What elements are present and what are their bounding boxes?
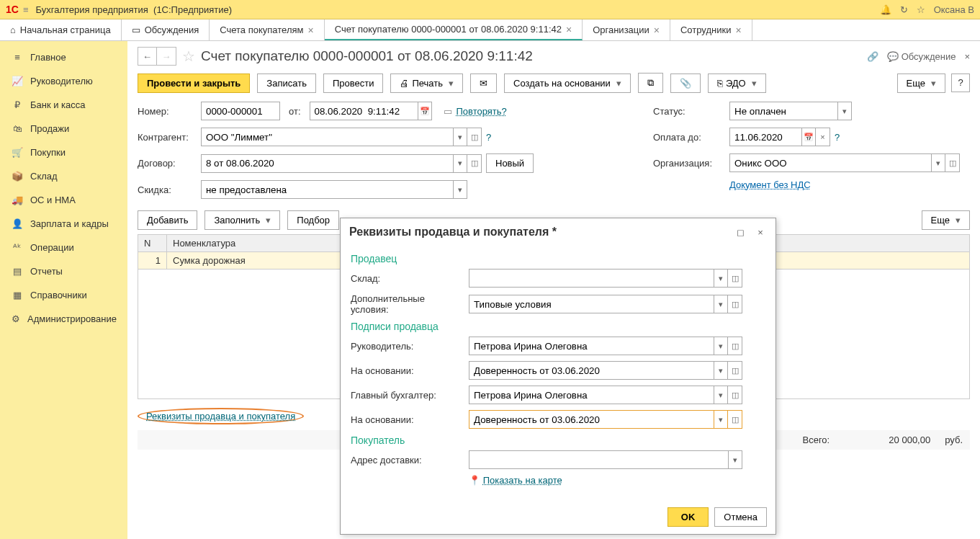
tab-invoices[interactable]: Счета покупателям×	[210, 19, 324, 40]
nav-forward-button[interactable]: →	[157, 48, 176, 65]
sidebar-item-manager[interactable]: 📈Руководителю	[0, 69, 127, 93]
tab-employees[interactable]: Сотрудники×	[670, 19, 752, 40]
requisites-link[interactable]: Реквизиты продавца и покупателя	[146, 411, 295, 422]
tab-discussions[interactable]: ▭Обсуждения	[122, 19, 210, 40]
create-based-button[interactable]: Создать на основании▾	[504, 74, 631, 93]
acct-input[interactable]	[469, 386, 714, 404]
email-button[interactable]: ✉	[470, 74, 497, 93]
org-input[interactable]	[729, 153, 931, 172]
sidebar-item-hr[interactable]: 👤Зарплата и кадры	[0, 212, 127, 236]
calendar-icon[interactable]: 📅	[418, 102, 432, 120]
based2-input[interactable]	[469, 410, 714, 429]
close-icon[interactable]: ×	[754, 226, 767, 239]
sidebar-item-sales[interactable]: 🛍Продажи	[0, 117, 127, 141]
open-icon[interactable]: ◫	[728, 337, 742, 355]
edo-button[interactable]: ⎘ЭДО▾	[708, 74, 766, 93]
sidebar-item-main[interactable]: ≡Главное	[0, 45, 127, 69]
help-icon[interactable]: ?	[835, 132, 840, 143]
favorite-icon[interactable]: ☆	[182, 48, 195, 65]
structure-button[interactable]: ⧉	[638, 73, 663, 93]
sidebar-item-reports[interactable]: ▤Отчеты	[0, 259, 127, 283]
close-icon[interactable]: ×	[566, 24, 572, 35]
open-icon[interactable]: ◫	[467, 154, 482, 173]
open-icon[interactable]: ◫	[728, 386, 742, 404]
hamburger-icon[interactable]: ≡	[23, 4, 29, 15]
truck-icon: 🚚	[12, 195, 23, 205]
dropdown-icon[interactable]: ▾	[714, 337, 728, 355]
ok-button[interactable]: OK	[667, 507, 709, 527]
maximize-icon[interactable]: ◻	[734, 226, 747, 239]
post-and-close-button[interactable]: Провести и закрыть	[138, 74, 250, 93]
save-button[interactable]: Записать	[257, 74, 316, 93]
status-input[interactable]	[729, 102, 837, 120]
discussion-button[interactable]: 💬 Обсуждение	[887, 51, 956, 62]
attach-button[interactable]: 📎	[670, 74, 701, 93]
nav-back-button[interactable]: ←	[138, 48, 157, 65]
sidebar-item-bank[interactable]: ₽Банк и касса	[0, 93, 127, 117]
sidebar-item-warehouse[interactable]: 📦Склад	[0, 164, 127, 188]
fill-button[interactable]: Заполнить▾	[204, 210, 280, 230]
vat-link[interactable]: Документ без НДС	[729, 179, 811, 190]
dropdown-icon[interactable]: ▾	[714, 361, 728, 380]
contract-input[interactable]	[201, 154, 453, 173]
repeat-link[interactable]: Повторять?	[457, 106, 507, 117]
select-button[interactable]: Подбор	[287, 210, 339, 230]
sidebar-item-label: Главное	[30, 52, 66, 63]
close-icon[interactable]: ×	[735, 24, 741, 36]
based1-input[interactable]	[469, 361, 714, 380]
open-icon[interactable]: ◫	[728, 361, 742, 380]
open-icon[interactable]: ◫	[467, 128, 482, 146]
addr-input[interactable]	[469, 450, 728, 469]
table-more-button[interactable]: Еще▾	[922, 210, 970, 230]
dropdown-icon[interactable]: ▾	[453, 154, 467, 173]
dropdown-icon[interactable]: ▾	[714, 386, 728, 404]
discount-input[interactable]	[201, 180, 453, 199]
star-icon[interactable]: ☆	[917, 4, 925, 15]
dropdown-icon[interactable]: ▾	[714, 295, 728, 313]
open-icon[interactable]: ◫	[728, 295, 742, 313]
user-name[interactable]: Оксана В	[934, 4, 974, 15]
help-icon[interactable]: ?	[486, 132, 491, 143]
payuntil-input[interactable]	[729, 128, 801, 146]
print-button[interactable]: 🖨Печать▾	[390, 74, 463, 93]
dropdown-icon[interactable]: ▾	[453, 180, 467, 199]
open-icon[interactable]: ◫	[728, 410, 742, 429]
close-icon[interactable]: ×	[654, 24, 660, 36]
dropdown-icon[interactable]: ▾	[728, 450, 742, 469]
bell-icon[interactable]: 🔔	[880, 4, 891, 15]
warehouse-input[interactable]	[469, 269, 714, 288]
close-doc-icon[interactable]: ×	[964, 51, 970, 62]
tab-home[interactable]: ⌂Начальная страница	[0, 19, 122, 40]
sidebar-item-purchases[interactable]: 🛒Покупки	[0, 141, 127, 164]
clear-icon[interactable]: ×	[816, 128, 830, 146]
calendar-icon[interactable]: 📅	[801, 128, 816, 146]
map-link[interactable]: Показать на карте	[483, 475, 562, 486]
head-input[interactable]	[469, 337, 714, 355]
add-row-button[interactable]: Добавить	[138, 210, 197, 230]
dropdown-icon[interactable]: ▾	[714, 269, 728, 288]
sidebar-item-operations[interactable]: ᴬᵏОперации	[0, 236, 127, 259]
help-button[interactable]: ?	[951, 74, 970, 92]
sidebar-item-assets[interactable]: 🚚ОС и НМА	[0, 188, 127, 212]
tab-invoice-current[interactable]: Счет покупателю 0000-000001 от 08.06.202…	[325, 19, 583, 40]
date-input[interactable]	[310, 102, 418, 120]
sidebar-item-catalogs[interactable]: ▦Справочники	[0, 283, 127, 307]
open-icon[interactable]: ◫	[728, 269, 742, 288]
number-input[interactable]	[201, 102, 280, 120]
dropdown-icon[interactable]: ▾	[453, 128, 467, 146]
sidebar-item-admin[interactable]: ⚙Администрирование	[0, 307, 127, 331]
open-icon[interactable]: ◫	[945, 153, 960, 172]
close-icon[interactable]: ×	[307, 24, 313, 36]
dropdown-icon[interactable]: ▾	[931, 153, 945, 172]
new-contract-button[interactable]: Новый	[486, 153, 534, 173]
tab-organizations[interactable]: Организации×	[583, 19, 670, 40]
cancel-button[interactable]: Отмена	[714, 507, 767, 527]
post-button[interactable]: Провести	[323, 74, 384, 93]
more-button[interactable]: Еще▾	[897, 74, 945, 93]
dropdown-icon[interactable]: ▾	[837, 102, 852, 120]
link-icon[interactable]: 🔗	[867, 51, 878, 62]
dropdown-icon[interactable]: ▾	[714, 410, 728, 429]
addterms-input[interactable]	[469, 295, 714, 313]
counterparty-input[interactable]	[201, 128, 453, 146]
history-icon[interactable]: ↻	[900, 4, 908, 15]
